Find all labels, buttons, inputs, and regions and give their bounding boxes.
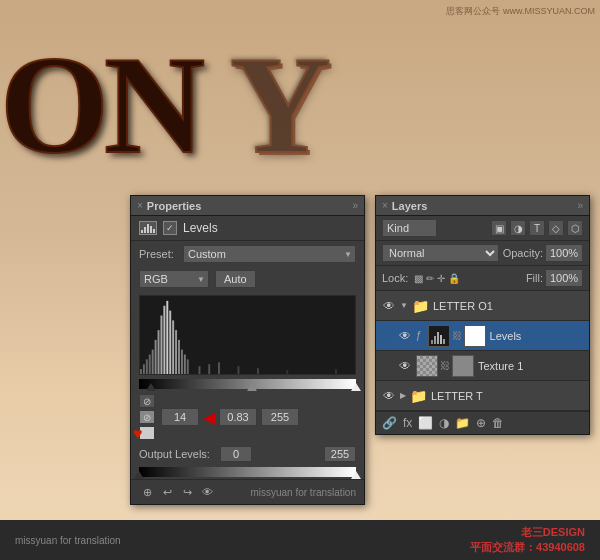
output-white-field[interactable]: 255: [324, 446, 356, 462]
black-point-handle[interactable]: [146, 383, 156, 391]
texture-image-thumb: [416, 355, 438, 377]
input-slider-track[interactable]: [139, 379, 356, 389]
levels-icon-thumb: [428, 325, 450, 347]
footer-copyright: missyuan for translation: [250, 487, 356, 498]
properties-collapse-button[interactable]: »: [352, 200, 358, 211]
svg-rect-8: [163, 306, 165, 374]
layers-panel-title: Layers: [392, 200, 427, 212]
properties-close-button[interactable]: ×: [137, 200, 143, 211]
new-group-icon[interactable]: 📁: [455, 416, 470, 430]
layer-row-texture1[interactable]: 👁 ⛓ Texture 1: [376, 351, 589, 381]
layers-panel-header: × Layers »: [376, 196, 589, 216]
lock-pixels-icon[interactable]: ✏: [426, 273, 434, 284]
svg-rect-3: [149, 355, 151, 375]
layer-row-letter-o1-group[interactable]: 👁 ▼ 📁 LETTER O1: [376, 291, 589, 321]
undo-icon[interactable]: ↩: [159, 484, 175, 500]
layer-visibility-letter-t[interactable]: 👁: [382, 389, 396, 403]
levels-histogram-icon: [139, 221, 157, 235]
layer-row-letter-t-group[interactable]: 👁 ▶ 📁 LETTER T: [376, 381, 589, 411]
delete-layer-icon[interactable]: 🗑: [492, 416, 504, 430]
lock-icons-group: ▩ ✏ ✛ 🔒: [414, 273, 460, 284]
gray-eyedropper-button[interactable]: ⊘: [139, 410, 155, 424]
layer-name-letter-o1: LETTER O1: [433, 300, 583, 312]
svg-rect-18: [208, 364, 210, 374]
opacity-input[interactable]: 100%: [545, 244, 583, 262]
link-layers-icon[interactable]: 🔗: [382, 416, 397, 430]
auto-button[interactable]: Auto: [215, 270, 256, 288]
layer-row-levels[interactable]: 👁 ƒ ⛓ Levels: [376, 321, 589, 351]
fill-label: Fill:: [526, 272, 543, 284]
levels-title: Levels: [183, 221, 218, 235]
smartobj-filter-icon[interactable]: ⬡: [567, 220, 583, 236]
rgb-row: RGB Red Green Blue ▼ Auto: [131, 267, 364, 291]
fx-icon: ƒ: [416, 330, 422, 341]
output-row: Output Levels: 0 255: [131, 443, 364, 465]
blend-mode-wrapper: Normal Multiply Screen: [382, 244, 499, 262]
layer-visibility-levels[interactable]: 👁: [398, 329, 412, 343]
output-slider-track[interactable]: [139, 467, 356, 477]
svg-rect-12: [175, 330, 177, 374]
layer-kind-select[interactable]: Kind: [382, 219, 437, 237]
levels-header: ✓ Levels: [131, 216, 364, 241]
svg-rect-19: [218, 362, 220, 374]
branding-line1: 老三DESIGN: [470, 525, 585, 540]
new-adjustment-icon[interactable]: ◑: [439, 416, 449, 430]
histogram-svg: [140, 296, 355, 374]
channel-select[interactable]: RGB Red Green Blue: [139, 270, 209, 288]
folder-icon: 📁: [412, 298, 429, 314]
expand-triangle-t-icon[interactable]: ▶: [400, 391, 406, 400]
white-input-field[interactable]: 255: [261, 408, 299, 426]
blend-mode-select[interactable]: Normal Multiply Screen: [382, 244, 499, 262]
svg-rect-7: [160, 316, 162, 375]
svg-rect-16: [187, 359, 189, 374]
expand-triangle-icon[interactable]: ▼: [400, 301, 408, 310]
layer-visibility-texture1[interactable]: 👁: [398, 359, 412, 373]
layer-link-icon: ⛓: [452, 330, 462, 341]
layer-visibility-letter-o1[interactable]: 👁: [382, 299, 396, 313]
levels-mask-thumb: [464, 325, 486, 347]
preset-select[interactable]: Custom Default: [183, 245, 356, 263]
adjustment-filter-icon[interactable]: ◑: [510, 220, 526, 236]
preset-label: Preset:: [139, 248, 177, 260]
output-black-field[interactable]: 0: [220, 446, 252, 462]
layers-close-button[interactable]: ×: [382, 200, 388, 211]
footer-icons-group: ⊕ ↩ ↪ 👁: [139, 484, 215, 500]
shape-filter-icon[interactable]: ◇: [548, 220, 564, 236]
preset-select-wrapper: Custom Default ▼: [183, 245, 356, 263]
letter-o: ON: [0, 35, 200, 175]
lock-all-icon[interactable]: 🔒: [448, 273, 460, 284]
svg-rect-15: [184, 355, 186, 375]
svg-rect-0: [140, 369, 142, 374]
add-mask-icon[interactable]: ⬜: [418, 416, 433, 430]
type-filter-icon[interactable]: T: [529, 220, 545, 236]
lock-position-icon[interactable]: ✛: [437, 273, 445, 284]
layers-collapse-button[interactable]: »: [577, 200, 583, 211]
gray-point-handle[interactable]: [247, 383, 257, 391]
eye-icon[interactable]: 👁: [199, 484, 215, 500]
levels-visibility-checkbox[interactable]: ✓: [163, 221, 177, 235]
output-black-handle[interactable]: [134, 471, 144, 479]
black-input-field[interactable]: 14: [161, 408, 199, 426]
output-white-handle[interactable]: [351, 471, 361, 479]
new-layer-icon[interactable]: ⊕: [139, 484, 155, 500]
pixel-filter-icon[interactable]: ▣: [491, 220, 507, 236]
lock-transparent-icon[interactable]: ▩: [414, 273, 423, 284]
white-point-handle[interactable]: [351, 383, 361, 391]
svg-rect-23: [335, 369, 337, 374]
fill-input[interactable]: 100%: [545, 269, 583, 287]
properties-panel-title: Properties: [147, 200, 201, 212]
preset-row: Preset: Custom Default ▼: [131, 241, 364, 267]
svg-rect-10: [169, 311, 171, 374]
texture-mask-thumb: [452, 355, 474, 377]
midtone-input-field[interactable]: 0.83: [219, 408, 257, 426]
properties-panel: × Properties » ✓ Levels Preset: Custom: [130, 195, 365, 505]
red-warning-icon: ♥: [133, 425, 143, 443]
black-eyedropper-button[interactable]: ⊘: [139, 394, 155, 408]
properties-panel-header: × Properties »: [131, 196, 364, 216]
add-style-icon[interactable]: fx: [403, 416, 412, 430]
new-layer-btn[interactable]: ⊕: [476, 416, 486, 430]
bottom-left-text: missyuan for translation: [15, 535, 121, 546]
svg-rect-13: [178, 340, 180, 374]
redo-icon[interactable]: ↪: [179, 484, 195, 500]
svg-rect-5: [155, 340, 157, 374]
